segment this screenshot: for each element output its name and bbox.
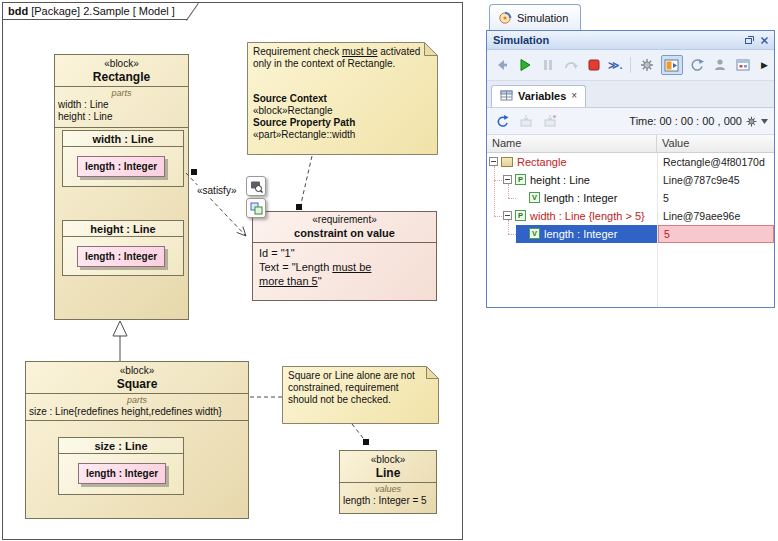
block-line[interactable]: «block» Line values length : Integer = 5 [339, 450, 437, 514]
tab-variables-label: Variables [518, 90, 566, 102]
open-diagram-button[interactable] [734, 56, 752, 74]
note-source-path-label: Source Property Path [253, 117, 431, 129]
pause-button[interactable] [539, 56, 557, 74]
expander-icon[interactable] [489, 157, 498, 166]
block-name: Square [26, 377, 248, 393]
note-source-context-label: Source Context [253, 93, 431, 105]
export-icon [543, 114, 557, 128]
row-name: Rectangle [517, 156, 567, 168]
app-window: bdd [Package] 2.Sample [ Model ] «block»… [0, 0, 778, 541]
simulation-tab-icon [498, 11, 512, 25]
terminate-button[interactable] [585, 56, 603, 74]
simulation-panel: Simulation [486, 30, 775, 308]
row-value[interactable]: Line@79aee96e [658, 207, 774, 225]
stereotype-label: «requirement» [253, 214, 436, 226]
row-value[interactable]: Line@787c9e45 [658, 171, 774, 189]
variables-row-height-length[interactable]: V length : Integer 5 [487, 189, 774, 207]
export-all-button[interactable] [541, 112, 559, 130]
part-length-integer[interactable]: length : Integer [77, 246, 165, 267]
attribute[interactable]: width : Line [55, 99, 188, 111]
note-square-line[interactable]: Square or Line alone are not constrained… [282, 366, 438, 424]
part-width-line[interactable]: width : Line length : Integer [62, 130, 184, 187]
note-source-path-value: «part»Rectangle::width [253, 129, 431, 141]
play-icon [517, 57, 533, 73]
stereotype-label: «block» [55, 58, 188, 70]
requirement-text: Text = "Length [259, 261, 332, 273]
variables-row-height[interactable]: P height : Line Line@787c9e45 [487, 171, 774, 189]
part-icon: P [515, 174, 526, 185]
requirement-text: " [318, 275, 322, 287]
time-label: Time: [629, 115, 656, 127]
variables-row-width-length[interactable]: V length : Integer 5 [487, 225, 774, 243]
requirement-constraint-on-value[interactable]: «requirement» constraint on value Id = "… [252, 211, 437, 301]
toolbar-overflow-button[interactable]: ≫. [608, 59, 623, 72]
table-body: Rectangle Rectangle@4f80170d P height : … [487, 153, 774, 307]
simulation-panel-titlebar[interactable]: Simulation [487, 31, 774, 50]
requirement-text-underlined: more than 5 [259, 275, 318, 287]
simulation-panel-tab[interactable]: Simulation [489, 4, 581, 31]
toolbar-separator [630, 57, 631, 73]
caret-down-icon[interactable] [761, 119, 768, 124]
animation-toggle-button[interactable] [661, 55, 683, 75]
time-value: 00 : 00 : 00 , 000 [659, 115, 742, 127]
attribute[interactable]: length : Integer = 5 [340, 495, 436, 507]
export-icon [519, 114, 533, 128]
part-title: height : Line [63, 221, 183, 237]
block-line-header: «block» Line [340, 451, 436, 483]
parts-compartment: parts width : Line height : Line [55, 87, 188, 128]
run-button[interactable] [516, 56, 534, 74]
float-icon[interactable] [744, 35, 755, 46]
step-button[interactable] [562, 56, 580, 74]
tab-close-icon[interactable]: × [571, 90, 577, 101]
context-user-button[interactable] [711, 56, 729, 74]
cycle-icon [689, 57, 705, 73]
value-icon: V [529, 192, 540, 203]
compartment-label: values [340, 483, 436, 495]
block-rectangle-header: «block» Rectangle [55, 55, 188, 87]
block-name: Line [340, 466, 436, 482]
attribute[interactable]: height : Line [55, 111, 188, 123]
column-header-value[interactable]: Value [657, 135, 774, 152]
expander-icon[interactable] [503, 211, 512, 220]
row-value[interactable]: Rectangle@4f80170d [658, 153, 774, 171]
time-settings-gear-icon[interactable] [745, 115, 758, 128]
row-value[interactable]: 5 [658, 225, 774, 243]
row-name: width : Line {length > 5} [530, 210, 645, 222]
tab-variables[interactable]: Variables × [491, 85, 586, 107]
row-name: height : Line [530, 174, 590, 186]
row-name: length : Integer [544, 192, 617, 204]
column-header-name[interactable]: Name [487, 135, 657, 152]
part-size-line[interactable]: size : Line length : Integer [58, 437, 184, 495]
part-icon: P [515, 210, 526, 221]
auto-run-button[interactable] [688, 56, 706, 74]
requirement-text-underlined: must be [332, 261, 371, 273]
requirement-body: Id = "1" Text = "Length must be more tha… [253, 243, 436, 288]
variables-row-width[interactable]: P width : Line {length > 5} Line@79aee96… [487, 207, 774, 225]
expander-icon[interactable] [503, 175, 512, 184]
note-text-underlined: must be [342, 46, 378, 57]
part-length-integer[interactable]: length : Integer [78, 463, 166, 484]
note-requirement-context[interactable]: Requirement check must be activated only… [247, 42, 437, 155]
toolbar-expand-button[interactable]: ▶ [761, 60, 768, 70]
pointer-button[interactable] [493, 56, 511, 74]
popup-structure-button[interactable] [246, 198, 266, 218]
animation-toggle-icon [664, 58, 680, 73]
options-button[interactable] [638, 56, 656, 74]
gear-icon [639, 57, 655, 73]
refresh-button[interactable] [493, 112, 511, 130]
requirement-name: constraint on value [253, 226, 436, 242]
part-height-line[interactable]: height : Line length : Integer [62, 220, 184, 276]
row-value[interactable]: 5 [658, 189, 774, 207]
variables-row-rectangle[interactable]: Rectangle Rectangle@4f80170d [487, 153, 774, 171]
compartment-label: parts [55, 87, 188, 99]
table-header: Name Value [487, 135, 774, 153]
block-rectangle[interactable]: «block» Rectangle parts width : Line hei… [54, 54, 189, 320]
popup-magnifier-button[interactable] [246, 176, 266, 196]
part-length-integer[interactable]: length : Integer [77, 156, 165, 177]
note-text: Requirement check [253, 46, 342, 57]
attribute[interactable]: size : Line{redefines height,redefines w… [26, 406, 248, 418]
export-button[interactable] [517, 112, 535, 130]
refresh-icon [495, 114, 509, 128]
close-icon[interactable] [759, 35, 770, 46]
requirement-header: «requirement» constraint on value [253, 212, 436, 243]
